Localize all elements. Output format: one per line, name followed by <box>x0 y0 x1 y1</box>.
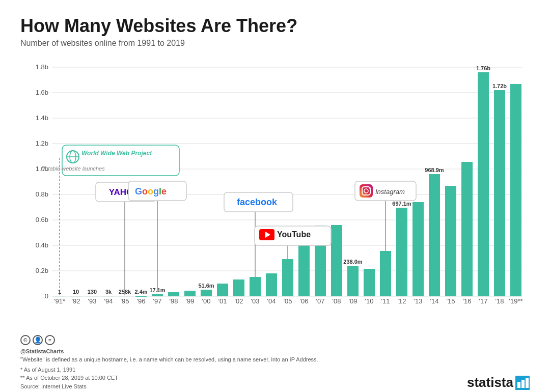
x-label-01: '01 <box>218 297 227 305</box>
x-label-00: '00 <box>202 297 211 305</box>
bar-98 <box>168 292 179 296</box>
val-label-09: 238.0m <box>343 259 363 265</box>
note1: * As of August 1, 1991 <box>20 367 75 373</box>
x-label-13: '13 <box>414 297 423 305</box>
x-label-05: '05 <box>284 297 292 305</box>
x-label-08: '08 <box>333 297 341 305</box>
equals-icon: = <box>45 335 55 345</box>
chart-subtitle: Number of websites online from 1991 to 2… <box>20 39 530 48</box>
bar-14 <box>429 174 440 296</box>
bar-09 <box>347 266 359 296</box>
y-label-02b: 0.2b <box>36 267 48 274</box>
x-label-16: '16 <box>463 297 472 305</box>
bar-18 <box>494 90 505 296</box>
anno-label-facebook: facebook <box>237 197 278 207</box>
anno-label-www: World Wide Web Project <box>81 150 152 157</box>
anno-label-google: Google <box>135 186 167 197</box>
svg-marker-3 <box>521 380 525 388</box>
statista-icon <box>515 376 530 390</box>
bar-02 <box>233 279 244 296</box>
bar-11 <box>380 251 391 296</box>
bar-95 <box>119 296 130 296</box>
statista-logo: statista <box>467 375 530 390</box>
bar-91 <box>54 296 65 296</box>
x-label-98: '98 <box>170 297 178 305</box>
x-label-91: '91* <box>54 297 65 305</box>
svg-marker-4 <box>526 378 529 388</box>
bar-97 <box>152 294 163 296</box>
y-label-18b: 1.8b <box>36 63 48 71</box>
val-label-00: 51.6m <box>198 283 214 289</box>
val-label-93: 130 <box>88 289 97 295</box>
x-label-96: '96 <box>137 297 146 305</box>
x-label-97: '97 <box>153 297 162 305</box>
x-label-03: '03 <box>251 297 260 305</box>
cc-icon: © <box>20 335 31 345</box>
x-label-92: '92 <box>72 297 80 305</box>
bar-03 <box>250 277 261 296</box>
statista-label: statista <box>467 375 513 390</box>
x-label-93: '93 <box>88 297 97 305</box>
x-label-02: '02 <box>235 297 243 305</box>
anno-label-instagram: Instagram <box>375 188 405 195</box>
x-label-95: '95 <box>121 297 129 305</box>
x-label-99: '99 <box>186 297 195 305</box>
chart-area: .axis-label { font-family: Arial, sans-s… <box>20 56 530 331</box>
bar-96 <box>135 296 147 297</box>
x-label-07: '07 <box>316 297 325 305</box>
bar-93 <box>87 296 98 296</box>
bar-16 <box>461 162 473 296</box>
val-label-17: 1.76b <box>476 65 490 71</box>
x-label-10: '10 <box>365 297 374 305</box>
bar-00 <box>201 290 212 296</box>
note2: ** As of October 28, 2019 at 10:00 CET <box>20 375 118 381</box>
val-label-12: 697.1m <box>392 201 411 207</box>
cc-icons: © 👤 = <box>20 335 318 345</box>
y-label-04b: 0.4b <box>36 241 48 249</box>
x-label-04: '04 <box>267 297 276 305</box>
anno-label-youtube: YouTube <box>277 230 311 239</box>
x-label-94: '94 <box>104 297 113 305</box>
y-label-14b: 1.4b <box>36 114 48 122</box>
bar-04 <box>266 273 277 296</box>
person-icon: 👤 <box>33 335 43 345</box>
bar-08 <box>331 225 342 296</box>
bar-19 <box>510 84 521 296</box>
x-label-19: '19** <box>509 297 522 305</box>
bar-13 <box>413 202 424 296</box>
val-label-92: 10 <box>73 289 79 295</box>
footer-notes: * As of August 1, 1991 ** As of October … <box>20 366 318 391</box>
footer: © 👤 = @StatistaCharts "Website" is defin… <box>20 335 530 390</box>
x-label-12: '12 <box>398 297 406 305</box>
x-label-11: '11 <box>381 297 390 305</box>
x-label-18: '18 <box>496 297 504 305</box>
bar-05 <box>282 259 293 296</box>
source: Source: Internet Live Stats <box>20 383 87 389</box>
bar-94 <box>103 296 114 296</box>
x-label-15: '15 <box>447 297 455 305</box>
y-label-0: 0 <box>45 292 48 300</box>
y-label-12b: 1.2b <box>36 139 48 147</box>
y-label-06b: 0.6b <box>36 216 48 223</box>
footer-definition: "Website" is defined as a unique hostnam… <box>20 355 318 390</box>
anno-sublabel-www: Notable website launches <box>41 165 105 172</box>
x-label-14: '14 <box>430 297 439 305</box>
x-label-17: '17 <box>479 297 488 305</box>
chart-title: How Many Websites Are There? <box>20 15 530 37</box>
ig-camera-dot <box>369 187 371 189</box>
svg-marker-2 <box>517 382 520 388</box>
y-label-16b: 1.6b <box>36 89 48 96</box>
definition-text: "Website" is defined as a unique hostnam… <box>20 355 318 364</box>
bar-12 <box>396 208 407 296</box>
bar-10 <box>364 269 375 296</box>
bar-chart: .axis-label { font-family: Arial, sans-s… <box>20 56 530 331</box>
bar-92 <box>70 296 81 296</box>
ig-bg <box>360 184 373 198</box>
y-label-08b: 0.8b <box>36 190 48 198</box>
bar-99 <box>184 291 196 296</box>
x-label-06: '06 <box>300 297 309 305</box>
bar-17 <box>478 72 489 296</box>
brand-label: @StatistaCharts <box>20 348 318 354</box>
bar-01 <box>217 284 228 296</box>
val-label-18: 1.72b <box>492 83 507 89</box>
